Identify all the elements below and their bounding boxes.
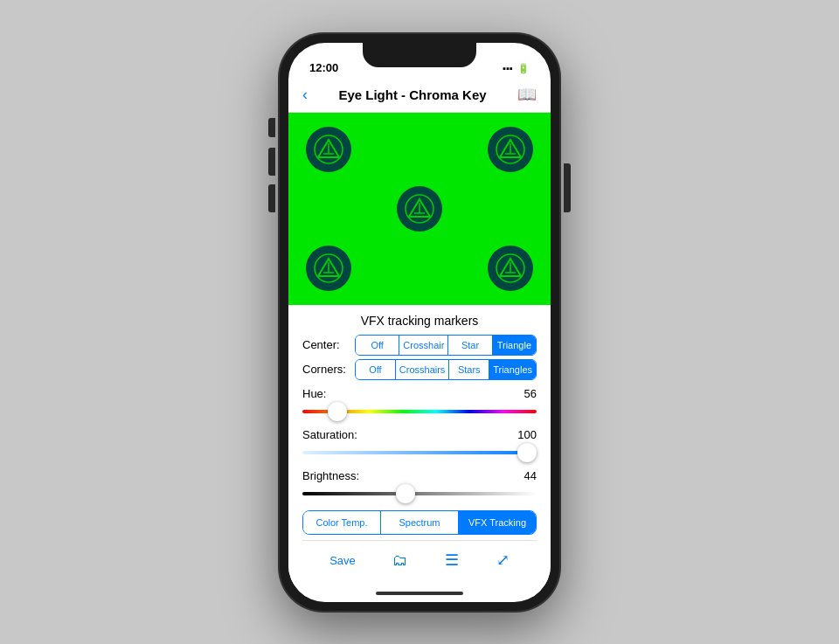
hue-value: 56: [524, 387, 537, 400]
center-off-button[interactable]: Off: [356, 336, 399, 355]
brightness-value: 44: [524, 469, 537, 482]
expand-button[interactable]: ⤢: [496, 551, 510, 570]
volume-up-button[interactable]: [268, 148, 275, 176]
marker-bottom-right: [488, 246, 533, 291]
brightness-slider[interactable]: [302, 485, 537, 502]
section-title: VFX tracking markers: [302, 314, 537, 328]
power-button[interactable]: [564, 163, 571, 212]
brightness-row: Brightness: 44: [302, 469, 537, 482]
home-bar: [376, 592, 463, 595]
list-button[interactable]: ☰: [445, 551, 459, 570]
corners-control-row: Corners: Off Crosshairs Stars Triangles: [302, 359, 537, 380]
marker-center: [397, 186, 442, 232]
time-display: 12:00: [309, 61, 338, 74]
status-icons: ▪▪▪ 🔋: [503, 63, 530, 74]
expand-icon: ⤢: [496, 551, 510, 570]
vfx-tracking-tab[interactable]: VFX Tracking: [459, 511, 536, 534]
page-title: Eye Light - Chroma Key: [338, 87, 486, 102]
marker-top-left: [306, 127, 351, 172]
brightness-track: [302, 492, 537, 495]
save-button[interactable]: Save: [329, 554, 356, 567]
saturation-track: [302, 451, 537, 454]
marker-top-right: [488, 127, 533, 172]
list-icon: ☰: [445, 551, 459, 570]
controls-panel: VFX tracking markers Center: Off Crossha…: [288, 305, 551, 585]
mute-button[interactable]: [268, 118, 275, 137]
hue-slider[interactable]: [302, 403, 537, 420]
center-label: Center:: [302, 338, 355, 351]
brightness-thumb[interactable]: [396, 484, 415, 503]
center-crosshair-button[interactable]: Crosshair: [399, 336, 448, 355]
saturation-thumb[interactable]: [517, 443, 537, 462]
phone-screen: 12:00 ▪▪▪ 🔋 ‹ Eye Light - Chroma Key 📖: [288, 43, 551, 602]
center-control-row: Center: Off Crosshair Star Triangle: [302, 335, 537, 356]
saturation-value: 100: [517, 428, 537, 441]
center-triangle-button[interactable]: Triangle: [493, 336, 536, 355]
corners-stars-button[interactable]: Stars: [449, 360, 489, 379]
brightness-label: Brightness:: [302, 469, 359, 482]
folder-button[interactable]: 🗂: [392, 551, 408, 570]
corners-off-button[interactable]: Off: [356, 360, 396, 379]
save-label: Save: [329, 554, 356, 567]
saturation-slider[interactable]: [302, 444, 537, 461]
back-button[interactable]: ‹: [302, 86, 308, 104]
volume-down-button[interactable]: [268, 184, 275, 212]
corners-segment-group: Off Crosshairs Stars Triangles: [355, 359, 537, 380]
marker-bottom-left: [306, 246, 351, 291]
home-indicator: [288, 585, 551, 602]
wifi-icon: ▪▪▪: [503, 63, 513, 73]
spectrum-tab[interactable]: Spectrum: [381, 511, 459, 534]
folder-icon: 🗂: [392, 551, 408, 570]
saturation-label: Saturation:: [302, 428, 357, 441]
hue-track: [302, 410, 537, 413]
book-icon[interactable]: 📖: [517, 85, 537, 104]
hue-thumb[interactable]: [328, 402, 347, 421]
corners-triangles-button[interactable]: Triangles: [489, 360, 536, 379]
hue-row: Hue: 56: [302, 387, 537, 400]
center-segment-group: Off Crosshair Star Triangle: [355, 335, 537, 356]
notch: [363, 43, 476, 67]
signal-icon: 🔋: [517, 63, 530, 74]
phone-frame: 12:00 ▪▪▪ 🔋 ‹ Eye Light - Chroma Key 📖: [280, 34, 559, 611]
hue-label: Hue:: [302, 387, 326, 400]
saturation-row: Saturation: 100: [302, 428, 537, 441]
navigation-bar: ‹ Eye Light - Chroma Key 📖: [288, 78, 551, 113]
center-star-button[interactable]: Star: [448, 336, 492, 355]
corners-label: Corners:: [302, 363, 355, 376]
color-temp-tab[interactable]: Color Temp.: [303, 511, 381, 534]
green-screen-display: [288, 113, 551, 305]
footer-bar: Save 🗂 ☰ ⤢: [302, 540, 537, 580]
corners-crosshairs-button[interactable]: Crosshairs: [396, 360, 450, 379]
mode-tab-group: Color Temp. Spectrum VFX Tracking: [302, 510, 537, 535]
